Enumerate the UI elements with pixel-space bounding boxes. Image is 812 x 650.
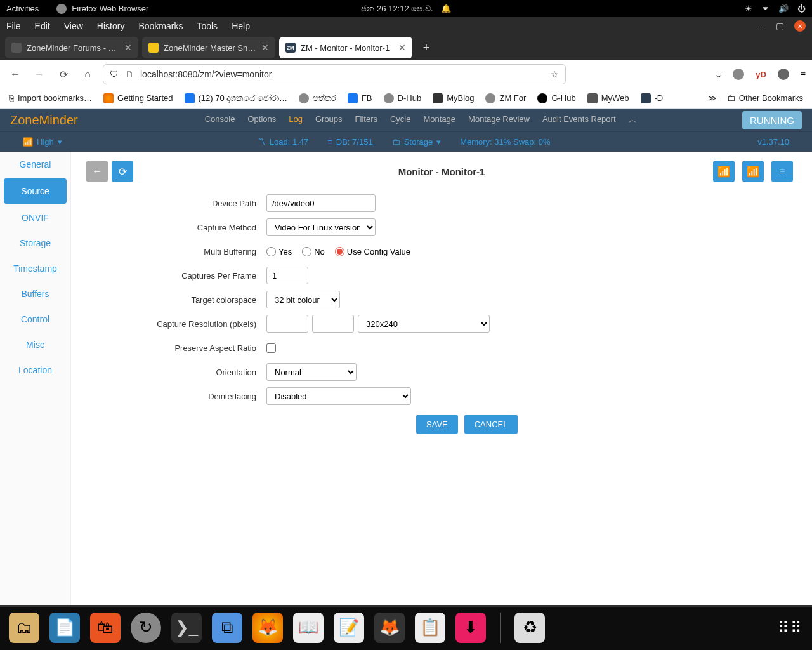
sidebar-item-buffers[interactable]: Buffers: [0, 281, 70, 307]
other-bookmarks[interactable]: 🗀Other Bookmarks: [727, 93, 803, 103]
nav-audit[interactable]: Audit Events Report: [542, 114, 616, 126]
bm-getting-started[interactable]: Getting Started: [103, 93, 173, 103]
bandwidth-selector[interactable]: 📶High ▾: [23, 137, 62, 147]
brightness-icon[interactable]: ☀: [745, 4, 752, 13]
device-path-input[interactable]: [266, 194, 376, 212]
tab-zm-snap[interactable]: ZoneMinder Master Snap ✕: [142, 37, 275, 58]
bm-dhub[interactable]: D-Hub: [384, 93, 422, 103]
tab-zm-monitor[interactable]: ZM ZM - Monitor - Monitor-1 ✕: [279, 37, 412, 58]
list-button[interactable]: ≡: [771, 161, 793, 182]
bm-myweb[interactable]: MyWeb: [587, 93, 629, 103]
sidebar-item-timestamp[interactable]: Timestamp: [0, 256, 70, 281]
menu-file[interactable]: File: [6, 21, 21, 31]
dock-software[interactable]: 🛍: [90, 613, 121, 643]
shield-icon[interactable]: 🛡: [110, 69, 119, 79]
avatar-icon[interactable]: [733, 69, 744, 80]
dock-app1[interactable]: 📋: [415, 613, 445, 643]
home-button[interactable]: ⌂: [79, 65, 96, 83]
dock-updates[interactable]: ↻: [131, 613, 161, 643]
nav-console[interactable]: Console: [205, 114, 235, 126]
sidebar-item-source[interactable]: Source: [4, 178, 67, 204]
bm-fb1[interactable]: (12) 70 දශකයේ ජෝරා…: [185, 93, 287, 103]
bookmarks-overflow-icon[interactable]: ≫: [708, 93, 717, 103]
extension-icon[interactable]: [778, 69, 789, 80]
extension-yd[interactable]: yD: [756, 70, 766, 79]
bm-myblog[interactable]: MyBlog: [433, 93, 474, 103]
dock-gimp[interactable]: 🦊: [374, 613, 405, 643]
back-arrow-button[interactable]: ←: [86, 161, 108, 182]
nav-log[interactable]: Log: [289, 114, 303, 126]
volume-icon[interactable]: 🔊: [778, 4, 789, 13]
cancel-button[interactable]: CANCEL: [464, 415, 518, 434]
url-input[interactable]: 🛡 🗋 localhost:8080/zm/?view=monitor ☆: [103, 64, 566, 84]
bm-zmfor[interactable]: ZM For: [485, 93, 526, 103]
power-icon[interactable]: ⏻: [797, 4, 806, 13]
radio-config[interactable]: Use Config Value: [335, 247, 410, 256]
menu-view[interactable]: View: [64, 21, 83, 31]
menu-help[interactable]: Help: [232, 21, 250, 31]
close-tab-icon[interactable]: ✕: [398, 43, 406, 53]
storage-dropdown[interactable]: 🗀Storage ▾: [392, 137, 442, 147]
sidebar-item-onvif[interactable]: ONVIF: [0, 205, 70, 230]
radio-yes[interactable]: Yes: [266, 247, 292, 256]
dock-screenshot[interactable]: ⧉: [212, 613, 242, 643]
running-badge[interactable]: RUNNING: [742, 111, 802, 129]
nav-options[interactable]: Options: [247, 114, 276, 126]
back-button[interactable]: ←: [6, 65, 24, 83]
menu-edit[interactable]: Edit: [35, 21, 50, 31]
radio-no[interactable]: No: [302, 247, 325, 256]
nav-collapse-icon[interactable]: ︿: [629, 114, 637, 126]
nav-filters[interactable]: Filters: [355, 114, 377, 126]
activities-button[interactable]: Activities: [6, 4, 39, 13]
window-close[interactable]: ✕: [794, 20, 806, 32]
current-app[interactable]: Firefox Web Browser: [56, 4, 148, 14]
sidebar-item-storage[interactable]: Storage: [0, 230, 70, 256]
forward-button[interactable]: →: [30, 65, 48, 83]
notification-icon[interactable]: 🔔: [441, 4, 451, 13]
pocket-icon[interactable]: ⌵: [716, 69, 721, 79]
show-apps-button[interactable]: ⠿⠿: [778, 619, 803, 637]
colorspace-select[interactable]: 32 bit colour: [266, 291, 340, 308]
menu-bookmarks[interactable]: Bookmarks: [138, 21, 183, 31]
deinterlacing-select[interactable]: Disabled: [266, 387, 411, 405]
dock-terminal[interactable]: ❯_: [171, 613, 202, 643]
sidebar-item-misc[interactable]: Misc: [0, 332, 70, 357]
clock[interactable]: ජන 26 12:12 පෙ.ව.: [361, 4, 433, 14]
orientation-select[interactable]: Normal: [266, 363, 357, 381]
new-tab-button[interactable]: +: [416, 37, 436, 58]
res-height-input[interactable]: [312, 315, 354, 333]
menu-tools[interactable]: Tools: [197, 21, 218, 31]
window-minimize[interactable]: —: [757, 21, 766, 31]
dock-reader[interactable]: 📖: [293, 613, 324, 643]
bm-fb2[interactable]: FB: [348, 93, 372, 103]
sidebar-item-general[interactable]: General: [0, 152, 70, 177]
window-maximize[interactable]: ▢: [776, 21, 784, 31]
refresh-button[interactable]: ⟳: [112, 161, 133, 182]
bookmark-star-icon[interactable]: ☆: [551, 69, 559, 79]
dock-libreoffice[interactable]: 📄: [49, 613, 80, 643]
close-tab-icon[interactable]: ✕: [124, 43, 132, 53]
reload-button[interactable]: ⟳: [55, 65, 72, 83]
res-width-input[interactable]: [266, 315, 308, 333]
sidebar-item-control[interactable]: Control: [0, 307, 70, 332]
dock-files[interactable]: 🗂: [9, 613, 39, 643]
sidebar-item-location[interactable]: Location: [0, 357, 70, 383]
dock-download[interactable]: ⬇: [455, 613, 486, 643]
close-tab-icon[interactable]: ✕: [261, 43, 269, 53]
nav-montage-review[interactable]: Montage Review: [468, 114, 530, 126]
feed-button-1[interactable]: 📶: [713, 161, 735, 182]
nav-groups[interactable]: Groups: [315, 114, 343, 126]
app-menu-icon[interactable]: ≡: [801, 69, 806, 79]
tab-zm-forums[interactable]: ZoneMinder Forums - Post a ✕: [5, 37, 138, 58]
bm-d[interactable]: -D: [641, 93, 664, 103]
dock-firefox[interactable]: 🦊: [252, 613, 283, 643]
network-icon[interactable]: ⏷: [761, 4, 769, 13]
feed-button-2[interactable]: 📶: [742, 161, 764, 182]
nav-cycle[interactable]: Cycle: [390, 114, 411, 126]
save-button[interactable]: SAVE: [416, 415, 458, 434]
menu-history[interactable]: History: [97, 21, 125, 31]
version-label[interactable]: v1.37.10: [757, 137, 789, 147]
bm-paththara[interactable]: පත්තර: [299, 93, 336, 103]
res-preset-select[interactable]: 320x240: [358, 315, 490, 333]
preserve-aspect-checkbox[interactable]: [266, 343, 276, 353]
